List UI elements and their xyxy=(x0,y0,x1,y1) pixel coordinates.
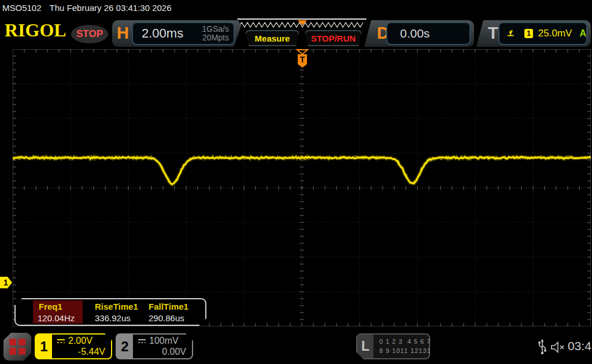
trigger-position-marker[interactable]: T xyxy=(297,50,308,68)
rigol-logo: RIGOL xyxy=(5,21,66,39)
trigger-settings-box[interactable]: T 1 25.0mV A xyxy=(476,20,591,47)
horizontal-settings-box[interactable]: H 2.00ms 1GSa/s 20Mpts xyxy=(112,20,243,47)
model-name: MSO5102 xyxy=(2,3,42,13)
status-bar: MSO5102Thu February 26 03:41:30 2026 xyxy=(2,3,172,13)
channel1-number-tab[interactable]: 1 xyxy=(36,335,52,358)
dc-coupling-icon xyxy=(57,339,65,344)
measurement-label: Freq1 xyxy=(39,302,62,311)
logic-channels-row2: 8 9 1011 12131415 xyxy=(379,347,443,354)
delay-value[interactable]: 0.00s xyxy=(400,27,430,40)
menu-grid-icon xyxy=(9,348,16,355)
stop-run-button[interactable]: STOP/RUN xyxy=(305,30,362,46)
logic-channels-row1: 0 1 2 3 4 5 6 7 xyxy=(379,338,431,345)
trigger-box[interactable]: 1 25.0mV A xyxy=(498,22,587,45)
menu-grid-icon xyxy=(18,339,25,346)
measurement-value: 120.04Hz xyxy=(38,313,75,323)
channel1-scale-value: 2.00V xyxy=(68,336,92,346)
logic-label-tab[interactable]: L xyxy=(357,335,373,358)
measurement-panel[interactable]: Freq1 120.04Hz RiseTime1 336.92us FallTi… xyxy=(14,298,206,326)
usb-icon xyxy=(537,338,547,355)
channel1-level-marker[interactable]: 1 xyxy=(0,276,13,289)
acquisition-info: 1GSa/s 20Mpts xyxy=(202,25,229,42)
preview-trigger-position-icon[interactable] xyxy=(298,20,307,25)
clock-text: 03:41 xyxy=(568,339,592,353)
trigger-level-value[interactable]: 25.0mV xyxy=(538,28,572,39)
trigger-source-badge[interactable]: 1 xyxy=(524,29,533,38)
logic-channels-badge[interactable]: L 0 1 2 3 4 5 6 7 8 9 1011 12131415 xyxy=(356,333,430,359)
delay-box[interactable]: 0.00s xyxy=(386,22,471,45)
memory-depth: 20Mpts xyxy=(202,33,229,42)
channel2-status-badge[interactable]: 2 100mV 0.00V xyxy=(116,333,193,359)
channel2-scale: 100mV xyxy=(138,336,179,346)
channel1-scale: 2.00V xyxy=(57,336,92,346)
trigger-mode-badge: A xyxy=(579,28,586,39)
channel1-marker-number: 1 xyxy=(3,278,8,287)
falling-edge-icon xyxy=(506,28,515,39)
measure-button[interactable]: Measure xyxy=(245,30,299,46)
speaker-muted-icon[interactable] xyxy=(550,341,567,353)
datetime-text: Thu February 26 03:41:30 2026 xyxy=(50,3,172,13)
timebase-box[interactable]: 2.00ms 1GSa/s 20Mpts xyxy=(132,22,235,45)
channel2-number-tab[interactable]: 2 xyxy=(117,335,133,358)
sample-rate: 1GSa/s xyxy=(202,24,229,34)
measurement-value: 336.92us xyxy=(95,313,131,323)
run-state-badge: STOP xyxy=(71,25,108,43)
measurement-value: 290.86us xyxy=(149,313,184,323)
measurement-label: RiseTime1 xyxy=(95,302,138,311)
dc-coupling-icon xyxy=(138,339,146,344)
menu-grid-icon xyxy=(18,348,25,355)
timebase-value[interactable]: 2.00ms xyxy=(142,26,183,41)
trigger-label: T xyxy=(488,24,498,43)
measurement-label: FallTime1 xyxy=(149,302,188,311)
channel2-offset-value: 0.00V xyxy=(162,347,186,357)
horizontal-label: H xyxy=(117,24,129,43)
menu-grid-icon xyxy=(9,339,16,346)
channel2-scale-value: 100mV xyxy=(149,336,179,346)
waveform-display-area[interactable]: T xyxy=(13,49,591,326)
function-menu-button[interactable] xyxy=(3,333,31,361)
trigger-marker-letter: T xyxy=(300,55,305,64)
channel1-status-badge[interactable]: 1 2.00V -5.44V xyxy=(35,333,112,359)
graticule: T xyxy=(13,49,591,326)
channel1-offset-value: -5.44V xyxy=(78,347,105,357)
delay-settings-box[interactable]: D 0.00s xyxy=(364,20,474,47)
